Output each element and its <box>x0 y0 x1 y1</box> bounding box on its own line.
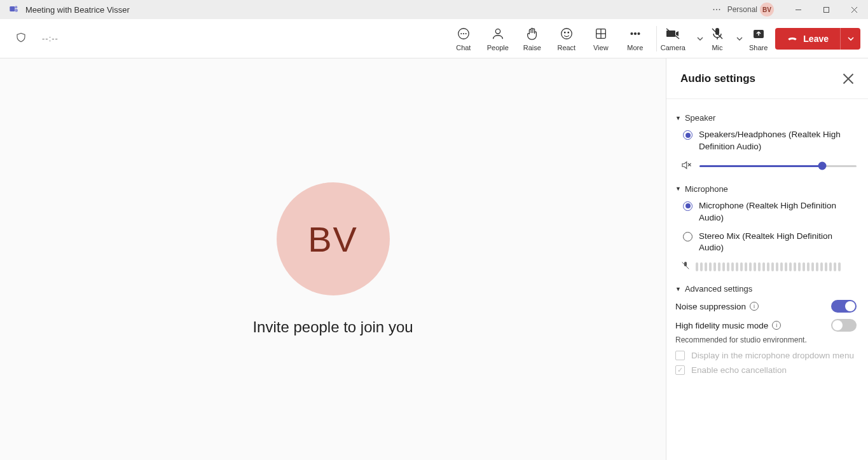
camera-off-icon <box>665 26 680 41</box>
meeting-timer: --:-- <box>42 34 59 43</box>
camera-button[interactable]: Camera <box>661 26 685 51</box>
hifi-subtext: Recommended for studio environment. <box>675 335 857 344</box>
more-icon <box>628 26 643 41</box>
svg-point-10 <box>465 33 466 34</box>
echo-cancellation-checkbox: Enable echo cancellation <box>675 365 857 375</box>
titlebar-avatar[interactable]: BV <box>760 3 774 17</box>
display-in-dropdown-checkbox: Display in the microphone dropdown menu <box>675 351 857 360</box>
share-button[interactable]: Share <box>749 26 768 51</box>
hangup-icon <box>787 32 798 45</box>
svg-point-11 <box>495 29 500 33</box>
titlebar-more-icon[interactable]: ··· <box>706 4 727 15</box>
panel-close-button[interactable] <box>843 73 854 85</box>
raise-button[interactable]: Raise <box>515 26 549 51</box>
mic-level-meter <box>696 262 857 271</box>
collapse-icon: ▼ <box>675 115 681 121</box>
speaker-muted-icon[interactable] <box>680 159 692 173</box>
leave-options-button[interactable] <box>840 28 860 50</box>
svg-point-13 <box>564 32 565 32</box>
mic-muted-icon <box>680 260 691 273</box>
collapse-icon: ▼ <box>675 186 681 192</box>
participant-avatar: BV <box>277 182 390 295</box>
panel-title: Audio settings <box>680 72 755 85</box>
invite-message: Invite people to join you <box>252 318 413 336</box>
mic-button[interactable]: Mic <box>710 26 725 51</box>
leave-button[interactable]: Leave <box>775 28 840 50</box>
svg-point-12 <box>561 28 572 39</box>
close-button[interactable] <box>840 0 868 19</box>
mic-off-icon <box>710 26 725 41</box>
collapse-icon: ▼ <box>675 286 681 292</box>
noise-suppression-toggle[interactable] <box>831 300 857 313</box>
view-button[interactable]: View <box>584 26 618 51</box>
microphone-section-toggle[interactable]: ▼ Microphone <box>675 184 857 194</box>
advanced-section-toggle[interactable]: ▼ Advanced settings <box>675 284 857 294</box>
radio-icon <box>683 130 692 140</box>
camera-options-chevron[interactable] <box>694 35 706 43</box>
noise-suppression-label: Noise suppression <box>675 302 746 311</box>
more-button[interactable]: More <box>618 26 652 51</box>
svg-rect-0 <box>10 6 15 11</box>
svg-rect-4 <box>823 7 829 12</box>
speaker-volume-slider[interactable] <box>699 165 857 167</box>
svg-point-18 <box>631 32 633 34</box>
svg-point-20 <box>638 32 640 34</box>
speaker-section-toggle[interactable]: ▼ Speaker <box>675 113 857 123</box>
react-icon <box>559 26 574 41</box>
radio-icon <box>683 232 692 241</box>
hifi-mode-label: High fidelity music mode <box>675 321 768 330</box>
share-icon <box>751 26 766 41</box>
teams-icon <box>9 4 25 16</box>
svg-point-14 <box>568 32 568 32</box>
maximize-button[interactable] <box>812 0 840 19</box>
chat-button[interactable]: Chat <box>446 26 481 51</box>
svg-point-19 <box>634 32 636 34</box>
toolbar-separator <box>656 26 657 51</box>
svg-point-8 <box>461 33 462 34</box>
shield-icon[interactable] <box>15 32 27 46</box>
speaker-option-1[interactable]: Speakers/Headphones (Realtek High Defini… <box>683 129 857 153</box>
view-icon <box>593 26 609 41</box>
audio-settings-panel: Audio settings ▼ Speaker Speakers/Headph… <box>666 58 868 460</box>
mic-option-2[interactable]: Stereo Mix (Realtek High Definition Audi… <box>683 231 857 255</box>
mic-option-1[interactable]: Microphone (Realtek High Definition Audi… <box>683 200 857 224</box>
svg-point-9 <box>463 33 464 34</box>
checkbox-icon <box>675 365 685 375</box>
info-icon[interactable]: i <box>772 321 781 330</box>
account-label: Personal <box>727 5 757 14</box>
svg-point-1 <box>15 6 17 8</box>
chat-icon <box>456 26 471 41</box>
meeting-stage: BV Invite people to join you <box>0 58 666 460</box>
hifi-mode-toggle[interactable] <box>831 319 857 332</box>
people-icon <box>490 26 506 41</box>
svg-rect-2 <box>15 9 18 12</box>
minimize-button[interactable] <box>784 0 812 19</box>
react-button[interactable]: React <box>549 26 584 51</box>
mic-options-chevron[interactable] <box>734 35 745 43</box>
people-button[interactable]: People <box>481 26 515 51</box>
radio-icon <box>683 201 692 211</box>
checkbox-icon <box>675 351 685 360</box>
raise-hand-icon <box>525 26 540 41</box>
meeting-toolbar: --:-- Chat People Raise React View More … <box>0 19 868 58</box>
titlebar: Meeting with Beatrice Visser ··· Persona… <box>0 0 868 19</box>
info-icon[interactable]: i <box>750 302 759 311</box>
window-title: Meeting with Beatrice Visser <box>25 5 130 15</box>
